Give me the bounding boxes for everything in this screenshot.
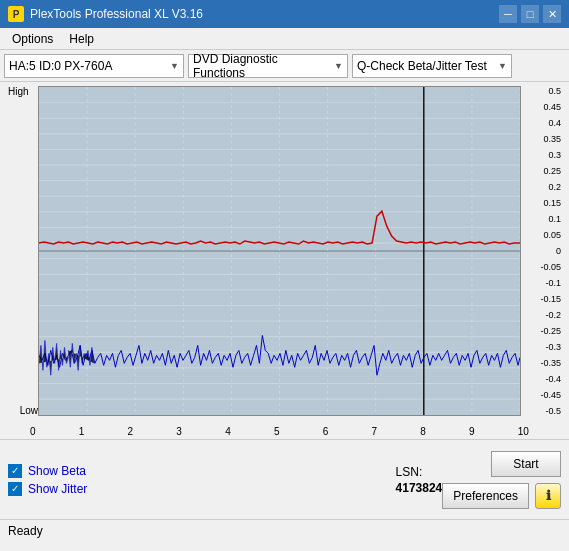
start-button[interactable]: Start: [491, 451, 561, 477]
minimize-button[interactable]: ─: [499, 5, 517, 23]
chart-plot-area: [38, 86, 521, 416]
show-jitter-row: Show Jitter: [8, 482, 376, 496]
chart-y-labels-left: High Low: [8, 86, 38, 416]
chart-container: High Low: [0, 82, 569, 424]
y-label-low: Low: [20, 405, 38, 416]
titlebar: P PlexTools Professional XL V3.16 ─ □ ✕: [0, 0, 569, 28]
app-icon: P: [8, 6, 24, 22]
window-controls: ─ □ ✕: [499, 5, 561, 23]
show-beta-checkbox[interactable]: [8, 464, 22, 478]
menubar: Options Help: [0, 28, 569, 50]
function-arrow: ▼: [334, 61, 343, 71]
menu-help[interactable]: Help: [61, 30, 102, 48]
window-title: PlexTools Professional XL V3.16: [30, 7, 499, 21]
function-dropdown[interactable]: DVD Diagnostic Functions ▼: [188, 54, 348, 78]
preferences-row: Preferences ℹ: [442, 483, 561, 509]
close-button[interactable]: ✕: [543, 5, 561, 23]
show-beta-row: Show Beta: [8, 464, 376, 478]
checkboxes-group: Show Beta Show Jitter: [8, 464, 376, 496]
bottom-panel: Show Beta Show Jitter LSN: 4173824 Start…: [0, 439, 569, 519]
lsn-value: 4173824: [396, 481, 443, 495]
show-jitter-checkbox[interactable]: [8, 482, 22, 496]
device-arrow: ▼: [170, 61, 179, 71]
test-arrow: ▼: [498, 61, 507, 71]
test-dropdown[interactable]: Q-Check Beta/Jitter Test ▼: [352, 54, 512, 78]
menu-options[interactable]: Options: [4, 30, 61, 48]
chart-y-labels-right: 0.5 0.45 0.4 0.35 0.3 0.25 0.2 0.15 0.1 …: [525, 86, 561, 416]
statusbar: Ready: [0, 519, 569, 541]
toolbar: HA:5 ID:0 PX-760A ▼ DVD Diagnostic Funct…: [0, 50, 569, 82]
lsn-label: LSN:: [396, 465, 423, 479]
chart-x-axis: 0 1 2 3 4 5 6 7 8 9 10: [30, 424, 529, 439]
lsn-display: LSN: 4173824: [396, 465, 443, 495]
show-jitter-label: Show Jitter: [28, 482, 87, 496]
show-beta-label: Show Beta: [28, 464, 86, 478]
maximize-button[interactable]: □: [521, 5, 539, 23]
info-button[interactable]: ℹ: [535, 483, 561, 509]
device-label: HA:5 ID:0 PX-760A: [9, 59, 112, 73]
right-buttons: Start Preferences ℹ: [442, 451, 561, 509]
device-dropdown[interactable]: HA:5 ID:0 PX-760A ▼: [4, 54, 184, 78]
chart-svg: [39, 87, 520, 415]
test-label: Q-Check Beta/Jitter Test: [357, 59, 487, 73]
status-text: Ready: [8, 524, 43, 538]
preferences-button[interactable]: Preferences: [442, 483, 529, 509]
function-label: DVD Diagnostic Functions: [193, 52, 330, 80]
y-label-high: High: [8, 86, 29, 97]
